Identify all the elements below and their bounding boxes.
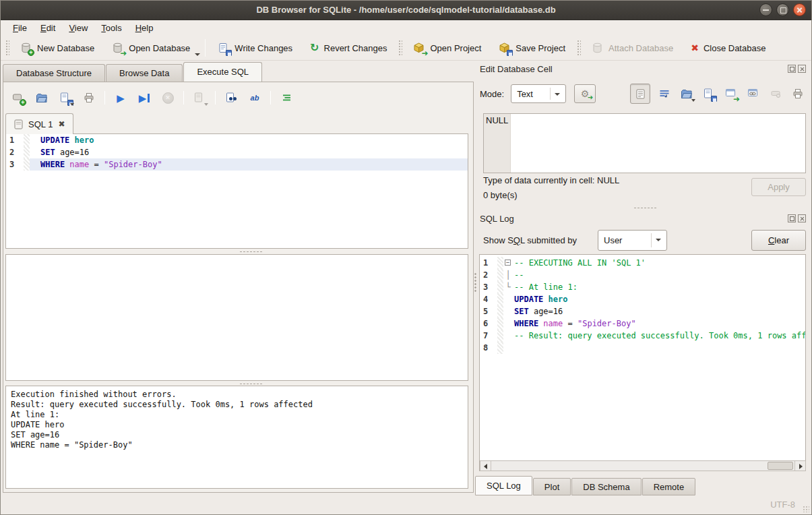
format-sql-button[interactable] — [278, 90, 294, 106]
print-icon — [84, 92, 94, 103]
cell-size-text: 0 byte(s) — [483, 190, 518, 200]
mode-select[interactable]: Text — [511, 84, 566, 103]
scroll-right-icon[interactable] — [794, 461, 805, 471]
new-database-button[interactable]: New Database — [11, 38, 103, 59]
close-dock-icon[interactable] — [798, 65, 806, 73]
export-to-file-button[interactable] — [701, 86, 717, 102]
dock-tab-db-schema[interactable]: DB Schema — [571, 478, 641, 495]
sql-log-filter-select[interactable]: User — [598, 230, 667, 251]
dock-tab-sql-log[interactable]: SQL Log — [475, 476, 532, 495]
text-mode-button[interactable] — [630, 84, 650, 104]
line-number: 8 — [480, 342, 497, 354]
code-text: WHERE name = "Spider-Boy" — [39, 158, 162, 171]
attach-database-icon — [592, 42, 604, 54]
float-dock-icon[interactable] — [788, 214, 796, 222]
close-tab-icon[interactable] — [58, 119, 65, 129]
save-sql-file-button[interactable] — [57, 90, 73, 106]
line-number: 2 — [6, 146, 24, 158]
sql-file-tab[interactable]: SQL 1 — [5, 113, 73, 134]
code-line: 2SET age=16 — [6, 146, 468, 158]
import-dropdown-icon[interactable] — [691, 99, 695, 102]
execution-message-log[interactable]: Execution finished without errors. Resul… — [5, 386, 468, 489]
line-number: 4 — [480, 293, 497, 305]
tab-execute-sql[interactable]: Execute SQL — [183, 62, 262, 82]
stop-button[interactable] — [160, 90, 176, 106]
database-open-icon — [112, 42, 124, 54]
scroll-left-icon[interactable] — [480, 461, 491, 471]
gutter-margin — [497, 317, 503, 330]
toolbar-drag-handle[interactable] — [576, 39, 581, 57]
print-button[interactable] — [81, 90, 97, 106]
export-results-button[interactable] — [191, 90, 208, 106]
binoculars-icon — [229, 97, 232, 100]
scrollbar-thumb[interactable] — [768, 462, 793, 470]
arrow-badge-icon — [588, 94, 593, 101]
open-tab-button[interactable] — [10, 90, 26, 106]
code-line: 3└-- At line 1: — [480, 281, 805, 293]
menu-file[interactable]: File — [6, 20, 34, 36]
revert-changes-button[interactable]: Revert Changes — [301, 38, 396, 59]
sql-editor[interactable]: 1UPDATE hero2SET age=163WHERE name = "Sp… — [5, 133, 468, 249]
splitter-handle[interactable] — [239, 250, 262, 252]
set-null-button[interactable] — [768, 86, 784, 102]
code-text: -- Result: query executed successfully. … — [513, 330, 806, 342]
open-in-external-button[interactable] — [723, 86, 739, 102]
tab-browse-data[interactable]: Browse Data — [106, 64, 183, 82]
toolbar-drag-handle[interactable] — [5, 39, 9, 57]
results-grid[interactable] — [5, 254, 468, 381]
clear-log-button[interactable]: Clear — [751, 230, 806, 251]
open-database-dropdown-icon[interactable] — [195, 53, 200, 56]
save-project-button[interactable]: Save Project — [490, 38, 574, 59]
find-replace-button[interactable] — [247, 90, 263, 106]
close-icon[interactable] — [793, 3, 806, 16]
execute-current-line-button[interactable] — [136, 90, 152, 106]
menu-tools[interactable]: Tools — [94, 20, 128, 36]
save-dropdown-icon[interactable] — [70, 103, 74, 106]
panel-splitter-handle[interactable] — [474, 272, 476, 293]
menu-edit[interactable]: Edit — [34, 20, 62, 36]
toolbar-drag-handle[interactable] — [398, 39, 402, 57]
titlebar[interactable]: DB Browser for SQLite - /home/user/code/… — [0, 0, 812, 20]
attach-database-button[interactable]: Attach Database — [583, 38, 682, 59]
maximize-icon[interactable] — [776, 3, 789, 16]
copy-link-button[interactable] — [745, 86, 761, 102]
sql-log-horizontal-scrollbar[interactable] — [480, 460, 806, 471]
open-project-button[interactable]: Open Project — [404, 38, 490, 59]
collapse-marker[interactable]: − — [503, 257, 513, 269]
sql-log-filter-label: Show SQL submitted by — [483, 230, 577, 251]
write-changes-button[interactable]: Write Changes — [209, 38, 301, 59]
close-dock-icon[interactable] — [798, 214, 806, 222]
dock-tab-plot[interactable]: Plot — [533, 478, 571, 495]
open-sql-file-button[interactable] — [34, 90, 50, 106]
stop-icon — [162, 92, 174, 104]
cell-value-editor[interactable]: NULL — [483, 113, 806, 173]
close-database-button[interactable]: Close Database — [682, 38, 774, 59]
combo-separator — [651, 233, 652, 247]
find-button[interactable] — [223, 90, 239, 106]
sql-tab-label: SQL 1 — [28, 119, 53, 129]
print-cell-button[interactable] — [790, 86, 806, 102]
minimize-icon[interactable] — [759, 3, 772, 16]
dock-splitter-handle[interactable] — [633, 207, 656, 209]
word-wrap-button[interactable] — [656, 86, 673, 102]
apply-button[interactable]: Apply — [751, 178, 806, 196]
dock-tab-remote[interactable]: Remote — [642, 478, 696, 495]
open-arrow-badge-icon — [733, 95, 740, 103]
sql-log-view[interactable]: 1−-- EXECUTING ALL IN 'SQL 1'2│--3└-- At… — [479, 254, 806, 471]
resize-grip-icon[interactable] — [803, 506, 809, 512]
menu-help[interactable]: Help — [129, 20, 160, 36]
import-export-settings-button[interactable] — [574, 84, 596, 103]
execute-all-button[interactable] — [113, 90, 129, 106]
menu-view[interactable]: View — [62, 20, 94, 36]
float-dock-icon[interactable] — [788, 65, 796, 73]
open-database-button[interactable]: Open Database — [103, 38, 199, 59]
import-from-file-button[interactable] — [679, 86, 695, 102]
code-line: 2│-- — [480, 269, 805, 281]
code-text: -- — [513, 269, 524, 281]
tab-database-structure[interactable]: Database Structure — [3, 64, 105, 82]
code-text — [513, 342, 514, 354]
splitter-handle[interactable] — [239, 382, 262, 384]
text-mode-icon — [636, 89, 645, 99]
line-number: 2 — [480, 269, 497, 281]
execute-line-bar-icon — [148, 94, 150, 102]
